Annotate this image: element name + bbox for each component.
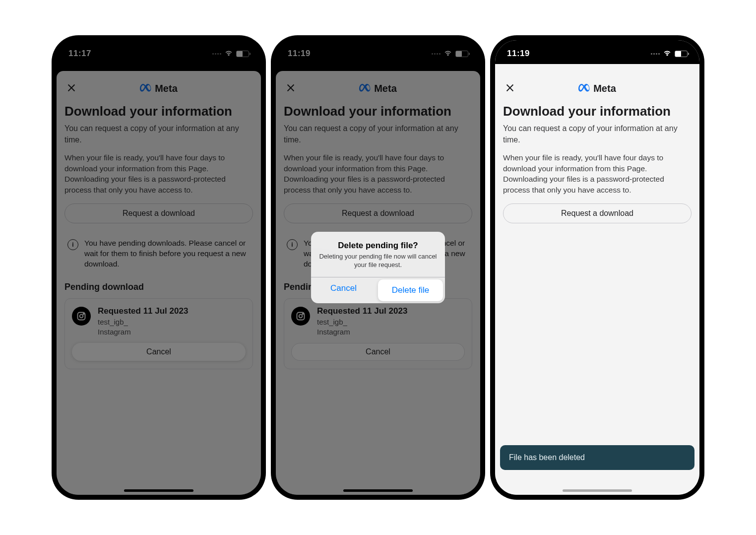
home-indicator[interactable] [124, 489, 193, 492]
alert-cancel-button[interactable]: Cancel [311, 277, 376, 299]
status-icons [651, 46, 688, 58]
battery-icon [675, 51, 688, 57]
page-intro-1: You can request a copy of your informati… [503, 123, 692, 145]
alert-title: Delete pending file? [319, 241, 437, 251]
alert-wrap: Delete pending file? Deleting your pendi… [276, 40, 480, 495]
meta-mark-icon [578, 83, 590, 94]
phone-frame-3: 11:19 Meta Download your information You… [490, 35, 704, 500]
close-icon[interactable] [503, 81, 517, 95]
wifi-icon [663, 49, 672, 58]
meta-logo: Meta [578, 83, 616, 94]
screen: 11:19 Meta Download your information You… [495, 40, 699, 495]
alert-actions: Cancel Delete file [311, 277, 445, 303]
dim-overlay [57, 40, 261, 495]
status-bar: 11:19 [495, 40, 699, 64]
sheet-header: Meta [503, 80, 692, 97]
screen: 11:17 Meta Download your information You… [57, 40, 261, 495]
phone-frame-1: 11:17 Meta Download your information You… [52, 35, 266, 500]
alert-body: Delete pending file? Deleting your pendi… [311, 232, 445, 277]
meta-logo-text: Meta [593, 83, 616, 94]
status-time: 11:19 [507, 46, 530, 59]
screenshots-row: 11:17 Meta Download your information You… [52, 35, 704, 500]
sheet: Meta Download your information You can r… [495, 71, 699, 495]
page-intro-2: When your file is ready, you'll have fou… [503, 152, 692, 196]
phone-frame-2: 11:19 Meta Download your information You… [271, 35, 485, 500]
delete-alert: Delete pending file? Deleting your pendi… [311, 232, 445, 304]
request-download-button[interactable]: Request a download [503, 203, 692, 223]
alert-delete-file-button[interactable]: Delete file [378, 279, 443, 301]
alert-message: Deleting your pending file now will canc… [319, 253, 437, 269]
home-indicator[interactable] [343, 489, 413, 492]
screen: 11:19 Meta Download your information You… [276, 40, 480, 495]
cell-dots-icon [651, 53, 660, 55]
toast-deleted: File has been deleted [500, 445, 694, 470]
home-indicator[interactable] [563, 489, 632, 492]
page-title: Download your information [503, 104, 692, 119]
